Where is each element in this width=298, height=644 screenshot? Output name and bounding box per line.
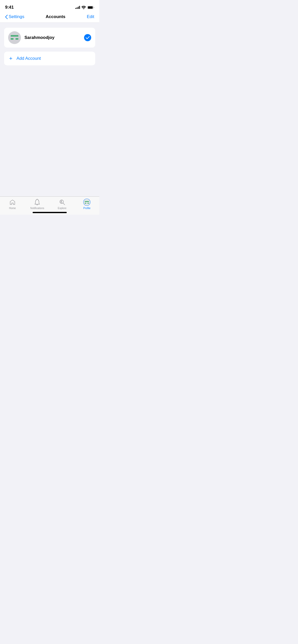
nav-bar: Settings Accounts Edit <box>0 11 99 23</box>
tab-notifications[interactable]: Notifications <box>25 199 50 210</box>
back-button[interactable]: Settings <box>5 14 24 19</box>
avatar <box>8 31 21 44</box>
status-icons <box>75 6 94 9</box>
profile-icon <box>83 199 90 206</box>
tab-home[interactable]: Home <box>0 199 25 210</box>
selected-checkmark <box>84 34 91 41</box>
add-plus-icon: + <box>9 56 12 61</box>
tab-explore-label: Explore <box>58 207 66 210</box>
account-name: Sarahmoodjoy <box>24 35 80 40</box>
add-account-row[interactable]: + Add Account <box>4 52 95 65</box>
svg-rect-12 <box>85 201 89 202</box>
battery-icon <box>87 6 94 9</box>
status-time: 9:41 <box>5 5 14 10</box>
tab-home-label: Home <box>9 207 16 210</box>
wifi-icon <box>82 6 86 9</box>
account-row[interactable]: Sarahmoodjoy <box>4 28 95 48</box>
svg-line-7 <box>63 203 65 205</box>
content-area: Sarahmoodjoy + Add Account <box>0 23 99 70</box>
svg-rect-4 <box>11 38 13 40</box>
page-title: Accounts <box>46 14 65 19</box>
svg-rect-5 <box>16 38 18 40</box>
svg-rect-3 <box>11 35 18 37</box>
home-indicator <box>33 212 67 213</box>
home-icon <box>9 199 16 206</box>
status-bar: 9:41 <box>0 0 99 11</box>
add-account-label: Add Account <box>17 56 41 61</box>
edit-button[interactable]: Edit <box>87 14 94 19</box>
back-label: Settings <box>9 14 24 19</box>
tab-profile[interactable]: Profile <box>75 199 100 210</box>
signal-icon <box>75 6 80 9</box>
svg-point-2 <box>8 31 21 44</box>
svg-rect-1 <box>88 6 93 9</box>
svg-point-11 <box>84 199 90 206</box>
account-card[interactable]: Sarahmoodjoy <box>4 28 95 48</box>
tab-notifications-label: Notifications <box>30 207 44 210</box>
checkmark-icon <box>86 36 90 39</box>
tab-profile-label: Profile <box>83 207 90 210</box>
explore-icon <box>59 199 66 206</box>
tab-explore[interactable]: Explore <box>50 199 75 210</box>
notifications-icon <box>34 199 41 206</box>
account-avatar-logo <box>8 31 21 44</box>
back-chevron-icon <box>5 15 8 19</box>
svg-rect-13 <box>85 203 86 203</box>
svg-rect-14 <box>87 203 89 203</box>
add-account-card[interactable]: + Add Account <box>4 52 95 65</box>
